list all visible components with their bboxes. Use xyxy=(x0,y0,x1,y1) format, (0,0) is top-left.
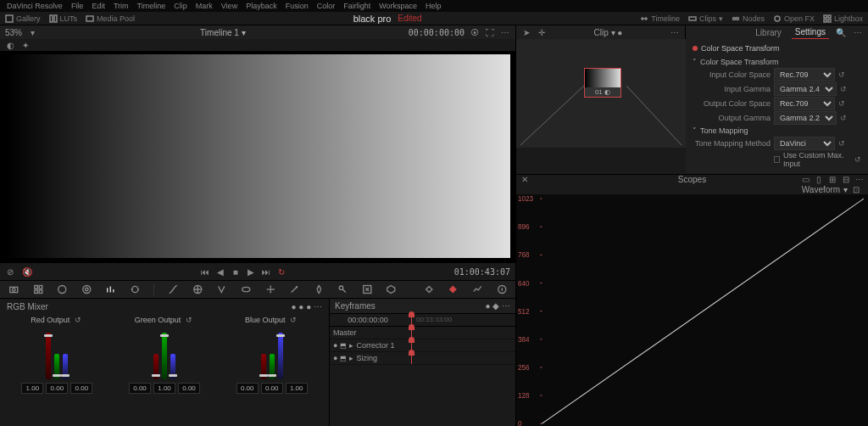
reset-icon[interactable]: ↺ xyxy=(840,114,847,122)
reset-icon[interactable]: ↺ xyxy=(838,70,845,79)
info-icon[interactable] xyxy=(497,283,508,295)
warper-icon[interactable] xyxy=(192,283,203,295)
slider-green[interactable] xyxy=(162,333,167,379)
keyframes-master[interactable]: Master xyxy=(333,328,357,337)
param-select[interactable]: Gamma 2.2 xyxy=(774,111,837,125)
tonemap-header[interactable]: ˅ Tone Mapping xyxy=(693,126,861,135)
menu-item[interactable]: Fusion xyxy=(286,2,309,10)
transport-timecode[interactable]: 01:00:43:07 xyxy=(454,267,510,277)
play-reverse-button[interactable]: ◀ xyxy=(215,266,225,277)
value-red[interactable] xyxy=(236,383,259,394)
value-blue[interactable] xyxy=(178,383,200,394)
bypass-icon[interactable]: ⊘ xyxy=(5,266,15,277)
tracking-icon[interactable] xyxy=(265,283,276,295)
nodes-button[interactable]: Nodes xyxy=(732,14,765,23)
clips-button[interactable]: Clips ▾ xyxy=(688,14,723,23)
sizing-icon[interactable] xyxy=(362,283,373,295)
menu-item[interactable]: DaVinci Resolve xyxy=(7,2,63,10)
window-icon[interactable] xyxy=(241,283,252,295)
openfx-button[interactable]: Open FX xyxy=(773,14,815,23)
camera-raw-icon[interactable] xyxy=(8,283,19,295)
lightbox-button[interactable]: Lightbox xyxy=(823,14,863,23)
stop-button[interactable]: ■ xyxy=(231,266,241,277)
value-red[interactable] xyxy=(129,383,151,394)
node-graph[interactable]: 01 ◐ xyxy=(516,39,686,148)
reset-icon[interactable]: ↺ xyxy=(840,85,847,93)
crosshair-icon[interactable]: ✛ xyxy=(537,27,547,37)
reset-icon[interactable]: ↺ xyxy=(73,315,83,325)
value-red[interactable] xyxy=(21,383,43,394)
rgb-mixer-icon[interactable] xyxy=(105,283,116,295)
scope-layout-icon[interactable]: ▯ xyxy=(814,175,824,185)
viewer-timecode[interactable]: 00:00:00:00 xyxy=(409,28,465,37)
slider-blue[interactable] xyxy=(170,354,175,379)
menu-item[interactable]: File xyxy=(71,2,84,10)
reset-icon[interactable]: ↺ xyxy=(838,139,845,148)
picker-icon[interactable]: ◐ xyxy=(5,40,15,50)
play-button[interactable]: ▶ xyxy=(246,266,256,277)
hdr-wheels-icon[interactable] xyxy=(81,283,92,295)
scope-mode[interactable]: Waveform xyxy=(802,185,840,194)
param-select[interactable]: Gamma 2.4 xyxy=(774,82,837,96)
value-green[interactable] xyxy=(261,383,283,394)
reset-icon[interactable]: ↺ xyxy=(288,315,298,325)
viewer[interactable] xyxy=(0,51,515,263)
menu-item[interactable]: View xyxy=(221,2,237,10)
scope-layout-icon[interactable]: ⊞ xyxy=(827,175,837,185)
slider-red[interactable] xyxy=(261,354,266,379)
mediapool-button[interactable]: Media Pool xyxy=(86,14,135,23)
param-select[interactable]: Rec.709 xyxy=(774,97,835,110)
loop-button[interactable]: ↻ xyxy=(276,266,287,277)
reset-icon[interactable]: ↺ xyxy=(854,155,861,164)
unknown-icon[interactable]: ⦿ xyxy=(470,27,480,37)
more-icon[interactable]: ⋯ xyxy=(670,27,680,37)
effect-enabled-dot[interactable] xyxy=(693,46,698,51)
3d-icon[interactable] xyxy=(386,283,397,295)
keyframe-row-label[interactable]: Corrector 1 xyxy=(356,341,394,350)
first-frame-button[interactable]: ⏮ xyxy=(200,266,210,277)
keyframe-panel-icon[interactable] xyxy=(448,283,459,295)
scopes-icon[interactable] xyxy=(472,283,483,295)
slider-red[interactable] xyxy=(46,333,51,379)
reset-icon[interactable]: ↺ xyxy=(838,99,845,108)
menu-item[interactable]: Workspace xyxy=(379,2,417,10)
menu-item[interactable]: Edit xyxy=(92,2,105,10)
menu-item[interactable]: Playback xyxy=(246,2,277,10)
keyframe-mode-icon[interactable] xyxy=(424,283,435,295)
mute-icon[interactable]: 🔇 xyxy=(22,266,32,277)
more-icon[interactable]: ⋯ xyxy=(853,27,863,37)
gallery-button[interactable]: Gallery xyxy=(5,14,41,23)
scope-layout-icon[interactable]: ▭ xyxy=(800,175,810,185)
close-icon[interactable]: ✕ xyxy=(520,175,530,185)
menu-item[interactable]: Timeline xyxy=(137,2,166,10)
scope-layout-icon[interactable]: ⊟ xyxy=(841,175,851,185)
menu-item[interactable]: Trim xyxy=(114,2,129,10)
scope-options-icon[interactable]: ⊡ xyxy=(851,184,861,194)
qualifier-icon[interactable] xyxy=(216,283,227,295)
keyframe-row-label[interactable]: Sizing xyxy=(356,354,377,362)
slider-blue[interactable] xyxy=(278,333,283,379)
color-checker-icon[interactable] xyxy=(33,283,44,295)
key-icon[interactable] xyxy=(337,283,348,295)
value-green[interactable] xyxy=(46,383,68,394)
more-icon[interactable]: ⋯ xyxy=(854,175,865,185)
slider-green[interactable] xyxy=(270,354,275,379)
last-frame-button[interactable]: ⏭ xyxy=(261,266,271,277)
chevron-down-icon[interactable]: ▾ xyxy=(27,27,37,37)
section-header[interactable]: ˅ Color Space Transform xyxy=(693,58,861,66)
pointer-icon[interactable]: ➤ xyxy=(521,27,531,37)
more-icon[interactable]: ⋯ xyxy=(500,27,510,37)
menu-item[interactable]: Color xyxy=(317,2,336,10)
search-icon[interactable]: 🔍 xyxy=(836,27,846,37)
param-select[interactable]: Rec.709 xyxy=(774,68,835,81)
wand-icon[interactable]: ✦ xyxy=(20,40,31,50)
curves-icon[interactable] xyxy=(168,283,179,295)
reset-icon[interactable]: ↺ xyxy=(184,315,194,325)
magic-mask-icon[interactable] xyxy=(289,283,300,295)
slider-blue[interactable] xyxy=(63,354,68,379)
menu-item[interactable]: Mark xyxy=(196,2,213,10)
menu-item[interactable]: Help xyxy=(426,2,442,10)
tonemap-method-select[interactable]: DaVinci xyxy=(774,137,835,150)
slider-green[interactable] xyxy=(54,354,59,379)
zoom-percent[interactable]: 53% xyxy=(5,28,22,37)
